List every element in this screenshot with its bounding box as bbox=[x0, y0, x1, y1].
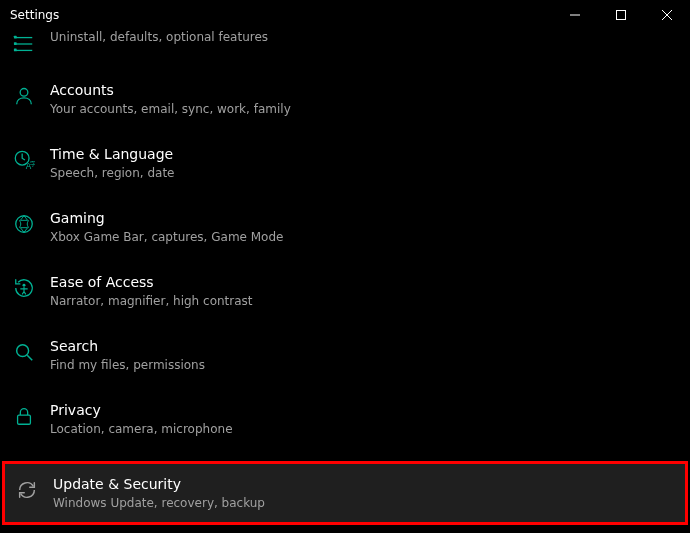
window-controls bbox=[552, 0, 690, 30]
settings-item-title: Privacy bbox=[50, 402, 233, 419]
settings-item-ease-of-access[interactable]: Ease of Access Narrator, magnifier, high… bbox=[0, 266, 690, 320]
svg-rect-4 bbox=[14, 36, 17, 39]
svg-rect-5 bbox=[14, 42, 17, 45]
search-icon bbox=[12, 340, 36, 364]
settings-item-title: Time & Language bbox=[50, 146, 174, 163]
settings-item-apps[interactable]: Uninstall, defaults, optional features bbox=[0, 30, 690, 64]
settings-item-title: Update & Security bbox=[53, 476, 265, 493]
settings-item-title: Accounts bbox=[50, 82, 291, 99]
settings-item-text: Gaming Xbox Game Bar, captures, Game Mod… bbox=[50, 210, 283, 244]
settings-item-desc: Find my files, permissions bbox=[50, 358, 205, 372]
settings-item-text: Update & Security Windows Update, recove… bbox=[53, 476, 265, 510]
svg-line-14 bbox=[27, 355, 32, 360]
settings-item-title: Gaming bbox=[50, 210, 283, 227]
settings-item-accounts[interactable]: Accounts Your accounts, email, sync, wor… bbox=[0, 74, 690, 128]
window-title: Settings bbox=[10, 8, 59, 22]
ease-of-access-icon bbox=[12, 276, 36, 300]
svg-point-13 bbox=[17, 345, 29, 357]
settings-item-privacy[interactable]: Privacy Location, camera, microphone bbox=[0, 394, 690, 448]
svg-rect-6 bbox=[14, 49, 17, 52]
settings-item-text: Privacy Location, camera, microphone bbox=[50, 402, 233, 436]
settings-item-desc: Speech, region, date bbox=[50, 166, 174, 180]
settings-item-text: Uninstall, defaults, optional features bbox=[50, 30, 268, 44]
settings-item-text: Ease of Access Narrator, magnifier, high… bbox=[50, 274, 253, 308]
maximize-icon bbox=[616, 10, 626, 20]
settings-item-title: Search bbox=[50, 338, 205, 355]
settings-item-desc: Windows Update, recovery, backup bbox=[53, 496, 265, 510]
apps-icon bbox=[12, 32, 36, 56]
minimize-button[interactable] bbox=[552, 0, 598, 30]
settings-item-text: Accounts Your accounts, email, sync, wor… bbox=[50, 82, 291, 116]
time-language-icon: A 字 bbox=[12, 148, 36, 172]
svg-rect-15 bbox=[18, 415, 31, 424]
close-icon bbox=[662, 10, 672, 20]
accounts-icon bbox=[12, 84, 36, 108]
settings-item-desc: Your accounts, email, sync, work, family bbox=[50, 102, 291, 116]
settings-item-time-language[interactable]: A 字 Time & Language Speech, region, date bbox=[0, 138, 690, 192]
titlebar: Settings bbox=[0, 0, 690, 30]
privacy-icon bbox=[12, 404, 36, 428]
settings-item-desc: Xbox Game Bar, captures, Game Mode bbox=[50, 230, 283, 244]
settings-item-update-security[interactable]: Update & Security Windows Update, recove… bbox=[3, 462, 687, 524]
settings-item-desc: Narrator, magnifier, high contrast bbox=[50, 294, 253, 308]
settings-item-search[interactable]: Search Find my files, permissions bbox=[0, 330, 690, 384]
settings-item-text: Search Find my files, permissions bbox=[50, 338, 205, 372]
close-button[interactable] bbox=[644, 0, 690, 30]
settings-item-text: Time & Language Speech, region, date bbox=[50, 146, 174, 180]
maximize-button[interactable] bbox=[598, 0, 644, 30]
svg-point-7 bbox=[20, 88, 28, 96]
settings-item-title: Ease of Access bbox=[50, 274, 253, 291]
update-security-icon bbox=[15, 478, 39, 502]
svg-text:字: 字 bbox=[30, 160, 36, 167]
settings-list: Uninstall, defaults, optional features A… bbox=[0, 30, 690, 524]
gaming-icon bbox=[12, 212, 36, 236]
settings-item-desc: Uninstall, defaults, optional features bbox=[50, 30, 268, 44]
svg-point-12 bbox=[23, 284, 26, 287]
svg-point-11 bbox=[16, 216, 33, 233]
svg-rect-0 bbox=[617, 11, 626, 20]
settings-item-gaming[interactable]: Gaming Xbox Game Bar, captures, Game Mod… bbox=[0, 202, 690, 256]
settings-item-desc: Location, camera, microphone bbox=[50, 422, 233, 436]
minimize-icon bbox=[570, 10, 580, 20]
